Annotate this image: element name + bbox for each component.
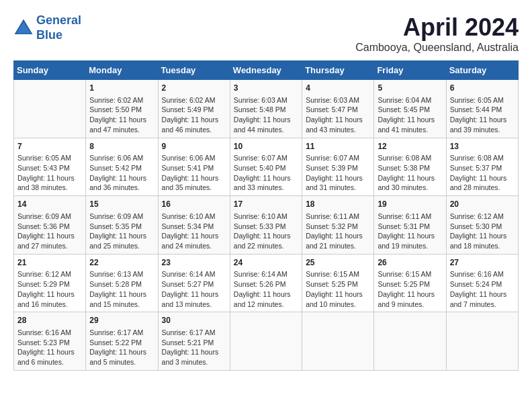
table-row: 10Sunrise: 6:07 AMSunset: 5:40 PMDayligh… (230, 138, 302, 196)
table-row: 23Sunrise: 6:14 AMSunset: 5:27 PMDayligh… (158, 254, 230, 312)
table-row: 8Sunrise: 6:06 AMSunset: 5:42 PMDaylight… (86, 138, 158, 196)
title-area: April 2024 Cambooya, Queensland, Austral… (355, 13, 519, 54)
day-number: 27 (450, 257, 515, 269)
day-number: 18 (306, 199, 370, 210)
day-number: 24 (234, 257, 298, 269)
day-info: Sunrise: 6:10 AMSunset: 5:34 PMDaylight:… (162, 212, 226, 251)
day-info: Sunrise: 6:03 AMSunset: 5:48 PMDaylight:… (234, 95, 298, 135)
table-row: 13Sunrise: 6:08 AMSunset: 5:37 PMDayligh… (446, 138, 518, 196)
table-row: 16Sunrise: 6:10 AMSunset: 5:34 PMDayligh… (158, 196, 230, 255)
calendar-header: Sunday Monday Tuesday Wednesday Thursday… (14, 61, 519, 80)
day-info: Sunrise: 6:05 AMSunset: 5:44 PMDaylight:… (450, 95, 515, 135)
day-info: Sunrise: 6:17 AMSunset: 5:22 PMDaylight:… (89, 328, 154, 367)
day-info: Sunrise: 6:06 AMSunset: 5:41 PMDaylight:… (162, 153, 226, 193)
day-info: Sunrise: 6:14 AMSunset: 5:26 PMDaylight:… (234, 269, 298, 309)
month-title: April 2024 (355, 13, 519, 42)
table-row (374, 312, 446, 371)
col-saturday: Saturday (446, 61, 518, 80)
logo-line1: General (36, 13, 81, 27)
table-row: 5Sunrise: 6:04 AMSunset: 5:45 PMDaylight… (374, 80, 446, 138)
table-row: 9Sunrise: 6:06 AMSunset: 5:41 PMDaylight… (158, 138, 230, 196)
table-row: 26Sunrise: 6:15 AMSunset: 5:25 PMDayligh… (374, 254, 446, 312)
day-info: Sunrise: 6:17 AMSunset: 5:21 PMDaylight:… (162, 328, 226, 367)
logo-icon (13, 18, 34, 38)
col-wednesday: Wednesday (230, 61, 302, 80)
table-row (302, 312, 374, 371)
day-number: 20 (450, 199, 515, 210)
day-number: 3 (234, 83, 298, 94)
day-info: Sunrise: 6:09 AMSunset: 5:36 PMDaylight:… (17, 212, 82, 251)
day-number: 14 (17, 199, 82, 210)
day-number: 2 (162, 83, 226, 94)
day-info: Sunrise: 6:07 AMSunset: 5:39 PMDaylight:… (306, 153, 370, 193)
day-number: 11 (306, 141, 370, 152)
table-row (14, 80, 86, 138)
day-number: 5 (378, 83, 442, 94)
day-info: Sunrise: 6:16 AMSunset: 5:24 PMDaylight:… (450, 269, 515, 309)
day-info: Sunrise: 6:02 AMSunset: 5:50 PMDaylight:… (89, 95, 154, 135)
day-info: Sunrise: 6:06 AMSunset: 5:42 PMDaylight:… (89, 153, 154, 193)
day-number: 6 (450, 83, 515, 94)
day-number: 29 (89, 315, 154, 326)
day-info: Sunrise: 6:15 AMSunset: 5:25 PMDaylight:… (306, 269, 370, 309)
col-sunday: Sunday (14, 61, 86, 80)
day-info: Sunrise: 6:08 AMSunset: 5:37 PMDaylight:… (450, 153, 515, 193)
table-row: 14Sunrise: 6:09 AMSunset: 5:36 PMDayligh… (14, 196, 86, 255)
day-info: Sunrise: 6:07 AMSunset: 5:40 PMDaylight:… (234, 153, 298, 193)
table-row: 20Sunrise: 6:12 AMSunset: 5:30 PMDayligh… (446, 196, 518, 255)
calendar-body: 1Sunrise: 6:02 AMSunset: 5:50 PMDaylight… (14, 80, 519, 371)
col-monday: Monday (86, 61, 158, 80)
day-number: 25 (306, 257, 370, 269)
table-row: 24Sunrise: 6:14 AMSunset: 5:26 PMDayligh… (230, 254, 302, 312)
day-info: Sunrise: 6:16 AMSunset: 5:23 PMDaylight:… (17, 328, 82, 367)
logo: General Blue (13, 13, 81, 42)
day-number: 19 (378, 199, 442, 210)
day-info: Sunrise: 6:10 AMSunset: 5:33 PMDaylight:… (234, 212, 298, 251)
calendar-row: 21Sunrise: 6:12 AMSunset: 5:29 PMDayligh… (14, 254, 519, 312)
table-row (230, 312, 302, 371)
day-info: Sunrise: 6:11 AMSunset: 5:32 PMDaylight:… (306, 212, 370, 251)
day-number: 1 (89, 83, 154, 94)
day-number: 22 (89, 257, 154, 269)
day-info: Sunrise: 6:05 AMSunset: 5:43 PMDaylight:… (17, 153, 82, 193)
table-row: 29Sunrise: 6:17 AMSunset: 5:22 PMDayligh… (86, 312, 158, 371)
day-number: 21 (17, 257, 82, 269)
day-number: 30 (162, 315, 226, 326)
header-row: Sunday Monday Tuesday Wednesday Thursday… (14, 61, 519, 80)
table-row: 3Sunrise: 6:03 AMSunset: 5:48 PMDaylight… (230, 80, 302, 138)
day-number: 26 (378, 257, 442, 269)
table-row: 28Sunrise: 6:16 AMSunset: 5:23 PMDayligh… (14, 312, 86, 371)
table-row: 6Sunrise: 6:05 AMSunset: 5:44 PMDaylight… (446, 80, 518, 138)
calendar-table: Sunday Monday Tuesday Wednesday Thursday… (13, 60, 519, 371)
table-row: 30Sunrise: 6:17 AMSunset: 5:21 PMDayligh… (158, 312, 230, 371)
location-subtitle: Cambooya, Queensland, Australia (355, 42, 519, 54)
table-row: 7Sunrise: 6:05 AMSunset: 5:43 PMDaylight… (14, 138, 86, 196)
logo-text: General Blue (36, 13, 81, 42)
day-number: 7 (17, 141, 82, 152)
day-info: Sunrise: 6:12 AMSunset: 5:29 PMDaylight:… (17, 269, 82, 309)
day-info: Sunrise: 6:15 AMSunset: 5:25 PMDaylight:… (378, 269, 442, 309)
table-row: 21Sunrise: 6:12 AMSunset: 5:29 PMDayligh… (14, 254, 86, 312)
table-row: 1Sunrise: 6:02 AMSunset: 5:50 PMDaylight… (86, 80, 158, 138)
table-row: 17Sunrise: 6:10 AMSunset: 5:33 PMDayligh… (230, 196, 302, 255)
day-number: 16 (162, 199, 226, 210)
day-info: Sunrise: 6:09 AMSunset: 5:35 PMDaylight:… (89, 212, 154, 251)
day-info: Sunrise: 6:14 AMSunset: 5:27 PMDaylight:… (162, 269, 226, 309)
day-number: 13 (450, 141, 515, 152)
day-number: 17 (234, 199, 298, 210)
col-thursday: Thursday (302, 61, 374, 80)
logo-line2: Blue (36, 28, 62, 42)
day-number: 23 (162, 257, 226, 269)
table-row: 12Sunrise: 6:08 AMSunset: 5:38 PMDayligh… (374, 138, 446, 196)
table-row: 2Sunrise: 6:02 AMSunset: 5:49 PMDaylight… (158, 80, 230, 138)
day-info: Sunrise: 6:13 AMSunset: 5:28 PMDaylight:… (89, 269, 154, 309)
day-info: Sunrise: 6:03 AMSunset: 5:47 PMDaylight:… (306, 95, 370, 135)
day-info: Sunrise: 6:04 AMSunset: 5:45 PMDaylight:… (378, 95, 442, 135)
table-row (446, 312, 518, 371)
calendar-row: 1Sunrise: 6:02 AMSunset: 5:50 PMDaylight… (14, 80, 519, 138)
calendar-row: 28Sunrise: 6:16 AMSunset: 5:23 PMDayligh… (14, 312, 519, 371)
header: General Blue April 2024 Cambooya, Queens… (13, 13, 519, 54)
day-number: 8 (89, 141, 154, 152)
table-row: 11Sunrise: 6:07 AMSunset: 5:39 PMDayligh… (302, 138, 374, 196)
table-row: 18Sunrise: 6:11 AMSunset: 5:32 PMDayligh… (302, 196, 374, 255)
